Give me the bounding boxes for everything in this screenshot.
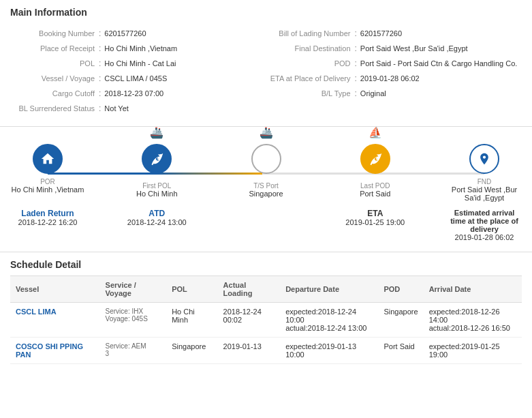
row1-vessel: CSCL LIMA (10, 303, 100, 338)
cargo-cutoff-label: Cargo Cutoff (10, 89, 99, 98)
fnd-type-label: FND (478, 178, 492, 185)
schedule-section: Schedule Detail Vessel Service / Voyage … (0, 252, 532, 374)
col-service-voyage: Service / Voyage (100, 276, 167, 303)
last-pod-name-label: Port Said (360, 190, 390, 198)
schedule-table: Vessel Service / Voyage POL Actual Loadi… (10, 275, 522, 364)
last-pod-icon-area: ⛵ (360, 144, 390, 178)
track-node-ts-port: 🚢 T/S Port Singapore (229, 144, 304, 198)
eta-value: 2019-01-25 19:00 (338, 218, 413, 226)
last-pod-type-label: Last POD (360, 182, 390, 190)
vessel-label: Vessel / Voyage (10, 74, 99, 83)
bl-type-row: B/L Type : Original (266, 86, 522, 101)
place-of-receipt-value: Ho Chi Minh ,Vietnam (104, 44, 177, 53)
table-row: CSCL LIMA Service: IHX Voyage: 045S Ho C… (10, 303, 522, 338)
main-info-title: Main Information (10, 7, 522, 18)
last-pod-icon-wrapper (360, 144, 390, 174)
row2-arr-expected: expected:2019-01-25 19:00 (429, 342, 516, 359)
row2-vessel: COSCO SHI PPING PAN (10, 338, 100, 364)
por-type-label: POR (40, 178, 55, 185)
schedule-table-header: Vessel Service / Voyage POL Actual Loadi… (10, 276, 522, 303)
booking-number-row: Booking Number : 6201577260 (10, 26, 266, 41)
row1-voyage-text: Voyage: 045S (106, 315, 161, 323)
por-name-label: Ho Chi Minh ,Vietnam (12, 185, 84, 194)
cargo-cutoff-row: Cargo Cutoff : 2018-12-23 07:00 (10, 86, 266, 101)
tracking-visual: POR Ho Chi Minh ,Vietnam 🚢 First POL Ho … (10, 137, 522, 205)
left-column: Booking Number : 6201577260 Place of Rec… (10, 26, 266, 116)
home-icon (40, 151, 55, 166)
ts-empty-block (229, 209, 304, 241)
track-node-last-pod: ⛵ Last POD Port Said (338, 144, 413, 198)
vessel-link-cosco[interactable]: COSCO SHI PPING PAN (16, 342, 83, 359)
tracking-times: Laden Return 2018-12-22 16:20 ATD 2018-1… (10, 205, 522, 245)
vessel-row: Vessel / Voyage : CSCL LIMA / 045S (10, 71, 266, 86)
table-row: COSCO SHI PPING PAN Service: AEM 3 Singa… (10, 338, 522, 364)
laden-return-label: Laden Return (10, 209, 85, 218)
col-pod: POD (378, 276, 423, 303)
row2-actual-loading: 2019-01-13 (218, 338, 281, 364)
col-arrival-date: Arrival Date (424, 276, 522, 303)
eta-value: 2019-01-28 06:02 (360, 74, 420, 83)
anchor-icon (149, 151, 164, 166)
col-actual-loading: Actual Loading (218, 276, 281, 303)
track-node-por: POR Ho Chi Minh ,Vietnam (10, 144, 85, 194)
location-pin-icon (478, 152, 491, 166)
row1-departure-date: expected:2018-12-24 10:00 actual:2018-12… (280, 303, 378, 338)
booking-number-label: Booking Number (10, 29, 99, 38)
row1-arr-expected: expected:2018-12-26 14:00 (429, 308, 516, 324)
pol-row: POL : Ho Chi Minh - Cat Lai (10, 56, 266, 71)
row2-voyage-text: 3 (106, 350, 161, 357)
row2-departure-date: expected:2019-01-13 10:00 (280, 338, 378, 364)
truck-icon: 🚢 (150, 126, 163, 139)
atd-block: ATD 2018-12-24 13:00 (119, 209, 194, 241)
final-destination-row: Final Destination : Port Said West ,Bur … (266, 41, 522, 56)
schedule-title: Schedule Detail (10, 259, 522, 270)
vessel-value: CSCL LIMA / 045S (104, 74, 167, 83)
row1-dep-actual: actual:2018-12-24 13:00 (285, 324, 373, 332)
place-of-receipt-label: Place of Receipt (10, 44, 99, 53)
col-vessel: Vessel (10, 276, 100, 303)
est-arrival-value: 2019-01-28 06:02 (447, 233, 522, 241)
cargo-cutoff-value: 2018-12-23 07:00 (104, 89, 163, 98)
col-pol: POL (166, 276, 217, 303)
anchor2-icon (368, 151, 383, 166)
row2-pod: Port Said (378, 338, 423, 364)
ts-port-icon-wrapper (251, 144, 281, 174)
atd-label: ATD (119, 209, 194, 218)
pod-label: POD (266, 59, 355, 68)
bill-of-lading-label: Bill of Lading Number (266, 29, 355, 38)
row2-pol: Singapore (166, 338, 217, 364)
right-column: Bill of Lading Number : 6201577260 Final… (266, 26, 522, 116)
bl-surrendered-value: Not Yet (104, 104, 128, 113)
ts-port-type-label: T/S Port (253, 182, 279, 190)
row1-arrival-date: expected:2018-12-26 14:00 actual:2018-12… (424, 303, 522, 338)
final-destination-label: Final Destination (266, 44, 355, 53)
laden-return-block: Laden Return 2018-12-22 16:20 (10, 209, 85, 241)
tracking-section: POR Ho Chi Minh ,Vietnam 🚢 First POL Ho … (0, 127, 532, 252)
row1-actual-loading: 2018-12-2400:02 (218, 303, 281, 338)
bl-type-label: B/L Type (266, 89, 355, 98)
place-of-receipt-row: Place of Receipt : Ho Chi Minh ,Vietnam (10, 41, 266, 56)
bl-surrendered-label: BL Surrendered Status (10, 104, 99, 113)
pol-label: POL (10, 59, 99, 68)
vessel-link-cscl-lima[interactable]: CSCL LIMA (16, 308, 57, 316)
atd-value: 2018-12-24 13:00 (119, 218, 194, 226)
row1-pol: Ho Chi Minh (166, 303, 217, 338)
row2-dep-expected: expected:2019-01-13 10:00 (285, 342, 373, 359)
first-pol-name-label: Ho Chi Minh (136, 190, 178, 198)
boat-icon: ⛵ (369, 126, 382, 139)
eta-label: ETA at Place of Delivery (266, 74, 355, 83)
tracking-nodes: POR Ho Chi Minh ,Vietnam 🚢 First POL Ho … (10, 137, 522, 205)
eta-block: ETA 2019-01-25 19:00 (338, 209, 413, 241)
track-node-first-pol: 🚢 First POL Ho Chi Minh (119, 144, 194, 198)
row1-dep-expected: expected:2018-12-24 10:00 (285, 308, 373, 324)
main-information-section: Main Information Booking Number : 620157… (0, 0, 532, 127)
pol-value: Ho Chi Minh - Cat Lai (104, 59, 176, 68)
ts-port-icon-area: 🚢 (251, 144, 281, 178)
bill-of-lading-row: Bill of Lading Number : 6201577260 (266, 26, 522, 41)
final-destination-value: Port Said West ,Bur Sa'id ,Egypt (360, 44, 468, 53)
first-pol-icon-wrapper (142, 144, 172, 174)
row1-pod: Singapore (378, 303, 423, 338)
first-pol-icon-area: 🚢 (142, 144, 172, 178)
eta-row: ETA at Place of Delivery : 2019-01-28 06… (266, 71, 522, 86)
col-departure-date: Departure Date (280, 276, 378, 303)
